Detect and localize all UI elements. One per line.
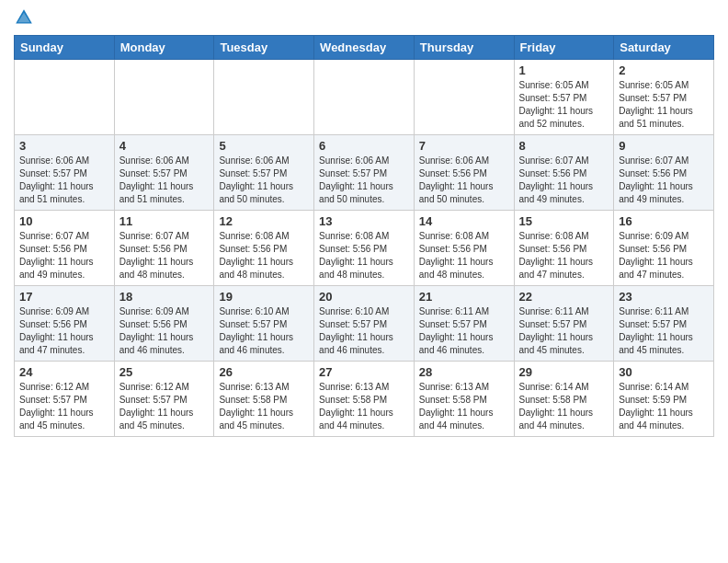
calendar-cell: 23Sunrise: 6:11 AM Sunset: 5:57 PM Dayli…	[614, 286, 714, 362]
calendar-cell: 25Sunrise: 6:12 AM Sunset: 5:57 PM Dayli…	[114, 362, 214, 437]
calendar-cell: 11Sunrise: 6:07 AM Sunset: 5:56 PM Dayli…	[114, 211, 214, 286]
calendar-cell: 29Sunrise: 6:14 AM Sunset: 5:58 PM Dayli…	[514, 362, 614, 437]
calendar-cell: 9Sunrise: 6:07 AM Sunset: 5:56 PM Daylig…	[614, 135, 714, 211]
calendar-cell: 7Sunrise: 6:06 AM Sunset: 5:56 PM Daylig…	[414, 135, 514, 211]
day-info: Sunrise: 6:10 AM Sunset: 5:57 PM Dayligh…	[219, 305, 309, 357]
day-number: 9	[619, 139, 709, 153]
calendar-cell: 20Sunrise: 6:10 AM Sunset: 5:57 PM Dayli…	[314, 286, 415, 362]
calendar-week-1: 1Sunrise: 6:05 AM Sunset: 5:57 PM Daylig…	[15, 60, 714, 135]
day-info: Sunrise: 6:06 AM Sunset: 5:57 PM Dayligh…	[119, 155, 210, 206]
calendar-cell: 14Sunrise: 6:08 AM Sunset: 5:56 PM Dayli…	[414, 211, 514, 286]
day-info: Sunrise: 6:09 AM Sunset: 5:56 PM Dayligh…	[19, 305, 109, 357]
day-number: 21	[419, 290, 509, 304]
logo	[14, 9, 36, 28]
day-number: 22	[519, 290, 609, 304]
calendar: SundayMondayTuesdayWednesdayThursdayFrid…	[14, 35, 714, 437]
day-info: Sunrise: 6:12 AM Sunset: 5:57 PM Dayligh…	[19, 381, 109, 432]
calendar-cell: 28Sunrise: 6:13 AM Sunset: 5:58 PM Dayli…	[414, 362, 514, 437]
day-info: Sunrise: 6:06 AM Sunset: 5:57 PM Dayligh…	[219, 155, 309, 206]
day-info: Sunrise: 6:07 AM Sunset: 5:56 PM Dayligh…	[519, 155, 609, 206]
calendar-cell	[214, 60, 314, 135]
day-number: 2	[619, 63, 709, 77]
weekday-header-monday: Monday	[114, 36, 214, 60]
day-number: 29	[519, 365, 609, 379]
day-info: Sunrise: 6:05 AM Sunset: 5:57 PM Dayligh…	[519, 79, 609, 131]
calendar-cell: 8Sunrise: 6:07 AM Sunset: 5:56 PM Daylig…	[514, 135, 614, 211]
day-number: 25	[119, 365, 210, 379]
weekday-header-wednesday: Wednesday	[314, 36, 415, 60]
day-number: 18	[119, 290, 210, 304]
day-number: 19	[219, 290, 309, 304]
day-number: 26	[219, 365, 309, 379]
weekday-header-friday: Friday	[514, 36, 614, 60]
day-info: Sunrise: 6:09 AM Sunset: 5:56 PM Dayligh…	[119, 305, 210, 357]
calendar-cell	[15, 60, 115, 135]
day-number: 17	[19, 290, 109, 304]
day-info: Sunrise: 6:14 AM Sunset: 5:58 PM Dayligh…	[519, 381, 609, 432]
day-number: 4	[119, 139, 210, 153]
calendar-cell: 21Sunrise: 6:11 AM Sunset: 5:57 PM Dayli…	[414, 286, 514, 362]
day-info: Sunrise: 6:13 AM Sunset: 5:58 PM Dayligh…	[219, 381, 309, 432]
calendar-week-4: 17Sunrise: 6:09 AM Sunset: 5:56 PM Dayli…	[15, 286, 714, 362]
day-info: Sunrise: 6:13 AM Sunset: 5:58 PM Dayligh…	[319, 381, 409, 432]
calendar-cell: 12Sunrise: 6:08 AM Sunset: 5:56 PM Dayli…	[214, 211, 314, 286]
logo-icon	[14, 7, 34, 28]
calendar-cell: 27Sunrise: 6:13 AM Sunset: 5:58 PM Dayli…	[314, 362, 415, 437]
day-number: 13	[319, 214, 409, 228]
day-number: 24	[19, 365, 109, 379]
day-number: 15	[519, 214, 609, 228]
calendar-cell	[414, 60, 514, 135]
day-info: Sunrise: 6:08 AM Sunset: 5:56 PM Dayligh…	[219, 230, 309, 282]
day-info: Sunrise: 6:07 AM Sunset: 5:56 PM Dayligh…	[119, 230, 210, 282]
calendar-cell	[314, 60, 415, 135]
day-info: Sunrise: 6:06 AM Sunset: 5:57 PM Dayligh…	[19, 155, 109, 206]
day-info: Sunrise: 6:06 AM Sunset: 5:56 PM Dayligh…	[419, 155, 509, 206]
day-info: Sunrise: 6:05 AM Sunset: 5:57 PM Dayligh…	[619, 79, 709, 131]
day-info: Sunrise: 6:08 AM Sunset: 5:56 PM Dayligh…	[519, 230, 609, 282]
day-info: Sunrise: 6:12 AM Sunset: 5:57 PM Dayligh…	[119, 381, 210, 432]
weekday-header-tuesday: Tuesday	[214, 36, 314, 60]
calendar-cell: 19Sunrise: 6:10 AM Sunset: 5:57 PM Dayli…	[214, 286, 314, 362]
calendar-cell: 18Sunrise: 6:09 AM Sunset: 5:56 PM Dayli…	[114, 286, 214, 362]
day-number: 11	[119, 214, 210, 228]
day-info: Sunrise: 6:11 AM Sunset: 5:57 PM Dayligh…	[619, 305, 709, 357]
calendar-cell: 4Sunrise: 6:06 AM Sunset: 5:57 PM Daylig…	[114, 135, 214, 211]
day-number: 14	[419, 214, 509, 228]
calendar-week-2: 3Sunrise: 6:06 AM Sunset: 5:57 PM Daylig…	[15, 135, 714, 211]
day-number: 10	[19, 214, 109, 228]
day-number: 1	[519, 63, 609, 77]
calendar-cell: 26Sunrise: 6:13 AM Sunset: 5:58 PM Dayli…	[214, 362, 314, 437]
day-info: Sunrise: 6:08 AM Sunset: 5:56 PM Dayligh…	[419, 230, 509, 282]
calendar-cell: 24Sunrise: 6:12 AM Sunset: 5:57 PM Dayli…	[15, 362, 115, 437]
calendar-cell: 10Sunrise: 6:07 AM Sunset: 5:56 PM Dayli…	[15, 211, 115, 286]
day-number: 20	[319, 290, 409, 304]
calendar-header-row: SundayMondayTuesdayWednesdayThursdayFrid…	[15, 36, 714, 60]
day-number: 6	[319, 139, 409, 153]
day-info: Sunrise: 6:13 AM Sunset: 5:58 PM Dayligh…	[419, 381, 509, 432]
calendar-cell: 17Sunrise: 6:09 AM Sunset: 5:56 PM Dayli…	[15, 286, 115, 362]
calendar-cell: 30Sunrise: 6:14 AM Sunset: 5:59 PM Dayli…	[614, 362, 714, 437]
calendar-cell: 5Sunrise: 6:06 AM Sunset: 5:57 PM Daylig…	[214, 135, 314, 211]
calendar-cell: 13Sunrise: 6:08 AM Sunset: 5:56 PM Dayli…	[314, 211, 415, 286]
day-info: Sunrise: 6:14 AM Sunset: 5:59 PM Dayligh…	[619, 381, 709, 432]
day-info: Sunrise: 6:07 AM Sunset: 5:56 PM Dayligh…	[619, 155, 709, 206]
day-number: 8	[519, 139, 609, 153]
day-info: Sunrise: 6:10 AM Sunset: 5:57 PM Dayligh…	[319, 305, 409, 357]
calendar-cell: 16Sunrise: 6:09 AM Sunset: 5:56 PM Dayli…	[614, 211, 714, 286]
day-info: Sunrise: 6:07 AM Sunset: 5:56 PM Dayligh…	[19, 230, 109, 282]
day-number: 16	[619, 214, 709, 228]
calendar-cell: 15Sunrise: 6:08 AM Sunset: 5:56 PM Dayli…	[514, 211, 614, 286]
day-number: 12	[219, 214, 309, 228]
day-info: Sunrise: 6:09 AM Sunset: 5:56 PM Dayligh…	[619, 230, 709, 282]
calendar-cell	[114, 60, 214, 135]
page: SundayMondayTuesdayWednesdayThursdayFrid…	[0, 0, 728, 451]
day-number: 5	[219, 139, 309, 153]
calendar-cell: 3Sunrise: 6:06 AM Sunset: 5:57 PM Daylig…	[15, 135, 115, 211]
weekday-header-saturday: Saturday	[614, 36, 714, 60]
day-number: 7	[419, 139, 509, 153]
weekday-header-sunday: Sunday	[15, 36, 115, 60]
calendar-cell: 2Sunrise: 6:05 AM Sunset: 5:57 PM Daylig…	[614, 60, 714, 135]
calendar-cell: 22Sunrise: 6:11 AM Sunset: 5:57 PM Dayli…	[514, 286, 614, 362]
day-number: 23	[619, 290, 709, 304]
day-info: Sunrise: 6:08 AM Sunset: 5:56 PM Dayligh…	[319, 230, 409, 282]
